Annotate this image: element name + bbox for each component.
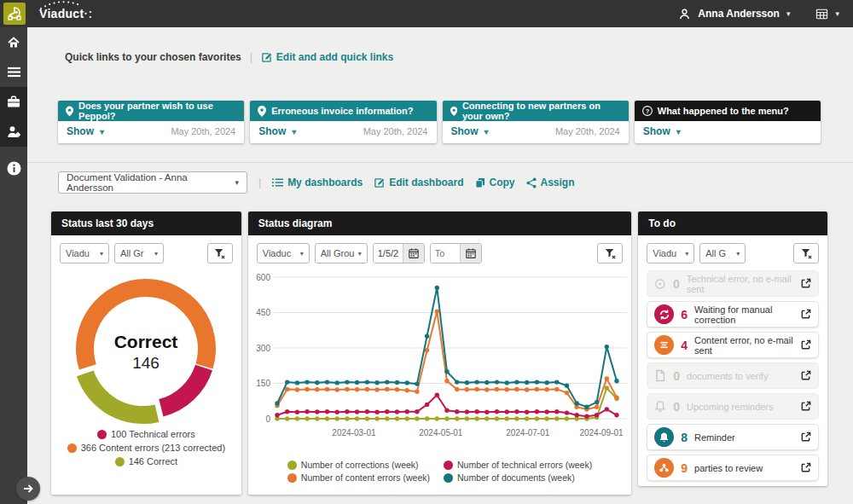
my-dashboards-link[interactable]: My dashboards xyxy=(272,177,363,188)
legend-item: Number of corrections (week) xyxy=(287,460,430,470)
status-circle-icon xyxy=(654,277,666,291)
document-icon xyxy=(654,369,666,382)
info-card-header: Erroneous invoice information? xyxy=(250,101,436,121)
legend-item: Number of technical errors (week) xyxy=(444,460,592,470)
brand-name: Viaduct·: xyxy=(39,7,92,20)
section-divider xyxy=(27,162,853,163)
donut-center-value: 146 xyxy=(133,354,160,372)
dashboard-panels: Status last 30 days Viadu▾ All Gr▾ Corre… xyxy=(51,211,827,495)
clear-filter-button[interactable] xyxy=(793,243,819,264)
info-card-header: Does your partner wish to use Peppol? xyxy=(58,101,244,121)
viaduct-logo[interactable] xyxy=(3,3,26,25)
edit-dashboard-link[interactable]: Edit dashboard xyxy=(374,177,463,188)
calendar-icon xyxy=(409,248,419,258)
svg-text:450: 450 xyxy=(256,308,270,317)
show-toggle[interactable]: Show▾ xyxy=(258,125,296,137)
organisation-filter-select[interactable]: Viaduc▾ xyxy=(257,243,310,264)
open-external-icon[interactable] xyxy=(800,462,811,473)
dashboard-toolbar: Document Validation - Anna Andersson▾ | … xyxy=(58,171,853,194)
open-external-icon[interactable] xyxy=(800,432,811,443)
line-chart-svg: 01503004506002024-03-012024-05-012024-07… xyxy=(248,267,629,456)
info-card-peppol: Does your partner wish to use Peppol? Sh… xyxy=(58,101,244,143)
open-external-icon[interactable] xyxy=(800,370,811,381)
bell-icon xyxy=(659,432,670,443)
apps-menu-caret[interactable]: ▾ xyxy=(835,9,839,18)
organisation-filter-select[interactable]: Viadu▾ xyxy=(60,243,109,264)
open-external-icon[interactable] xyxy=(800,401,811,412)
group-filter-select[interactable]: All Gr▾ xyxy=(114,243,164,264)
date-from-input[interactable] xyxy=(374,244,403,263)
sidebar-item-tools[interactable] xyxy=(0,87,27,117)
date-to-group xyxy=(430,243,482,264)
svg-text:2024-09-01: 2024-09-01 xyxy=(579,428,624,437)
menu-icon xyxy=(8,67,20,78)
assign-dashboard-link[interactable]: Assign xyxy=(526,177,575,188)
edit-quick-links-button[interactable]: Edit and add quick links xyxy=(261,51,393,63)
sidebar-item-user-admin[interactable] xyxy=(0,117,27,147)
open-external-icon[interactable] xyxy=(800,278,811,289)
svg-text:2024-03-01: 2024-03-01 xyxy=(332,428,376,437)
top-bar: Viaduct·: Anna Andersson ▾ ▾ xyxy=(0,0,853,27)
expand-sidebar-button[interactable] xyxy=(16,477,40,501)
svg-text:300: 300 xyxy=(256,344,270,353)
panel-todo: To do Viadu▾ All G▾ 0 Technical error, n… xyxy=(638,211,827,486)
calendar-button[interactable] xyxy=(403,244,424,263)
donut-chart-svg: Correct 146 xyxy=(56,267,235,426)
sidebar xyxy=(0,27,27,504)
group-filter-select[interactable]: All Grou▾ xyxy=(315,243,368,264)
calendar-icon xyxy=(466,248,476,258)
dashboard-select[interactable]: Document Validation - Anna Andersson▾ xyxy=(58,171,247,194)
show-toggle[interactable]: Show▾ xyxy=(643,125,681,137)
home-icon xyxy=(7,36,20,49)
date-to-input[interactable] xyxy=(431,244,460,263)
legend-item: 366 Content errors (213 corrected) xyxy=(67,443,225,453)
todo-item-technical-error[interactable]: 0 Technical error, no e-mail sent xyxy=(647,270,819,297)
todo-item-manual-correction[interactable]: 6 Waiting for manual correction xyxy=(647,301,819,327)
info-card-invoice: Erroneous invoice information? Show▾ May… xyxy=(250,101,436,143)
open-external-icon[interactable] xyxy=(800,339,811,350)
legend-item: 146 Correct xyxy=(115,456,177,466)
date-from-group xyxy=(373,243,425,264)
filter-remove-icon xyxy=(213,247,226,260)
panel-status-diagram: Status diagram Viaduc▾ All Grou▾ xyxy=(248,211,632,495)
todo-item-documents-to-verify[interactable]: 0 documents to verify xyxy=(647,362,819,389)
clear-filter-button[interactable] xyxy=(207,243,233,264)
separator: | xyxy=(258,177,261,188)
user-menu-caret[interactable]: ▾ xyxy=(786,9,791,18)
organisation-filter-select[interactable]: Viadu▾ xyxy=(647,243,694,264)
apps-grid-icon[interactable] xyxy=(815,8,828,20)
sidebar-item-menu[interactable] xyxy=(0,57,27,87)
show-toggle[interactable]: Show▾ xyxy=(451,125,489,137)
edit-icon xyxy=(261,52,272,63)
question-circle-icon: ? xyxy=(642,106,653,116)
svg-text:600: 600 xyxy=(256,273,270,282)
open-external-icon[interactable] xyxy=(800,309,811,320)
network-icon xyxy=(659,462,670,473)
legend-item: Number of content errors (week) xyxy=(287,472,430,483)
edit-icon xyxy=(374,177,385,188)
filter-remove-icon xyxy=(800,247,813,260)
card-date: May 20th, 2024 xyxy=(363,126,428,136)
diagram-filters: Viaduc▾ All Grou▾ xyxy=(248,235,632,267)
todo-item-parties-to-review[interactable]: 9 parties to review xyxy=(647,455,819,481)
todo-item-content-error[interactable]: 4 Content error, no e-mail sent xyxy=(647,332,819,358)
info-card-partners: Connecting to new partners on your own? … xyxy=(443,101,629,143)
show-toggle[interactable]: Show▾ xyxy=(67,125,104,137)
copy-dashboard-link[interactable]: Copy xyxy=(475,177,515,188)
calendar-button[interactable] xyxy=(460,244,481,263)
sidebar-item-home[interactable] xyxy=(0,27,27,57)
todo-list: 0 Technical error, no e-mail sent 6 Wait… xyxy=(638,267,827,484)
clear-filter-button[interactable] xyxy=(597,243,623,264)
status-filters: Viadu▾ All Gr▾ xyxy=(51,235,241,267)
group-filter-select[interactable]: All G▾ xyxy=(699,243,746,264)
briefcase-icon xyxy=(7,96,20,108)
content-lines-icon xyxy=(659,339,670,350)
copy-icon xyxy=(475,177,485,188)
todo-item-upcoming-reminders[interactable]: 0 Upcoming reminders xyxy=(647,393,819,420)
sidebar-item-info[interactable] xyxy=(0,154,27,183)
user-icon xyxy=(678,8,691,20)
quick-links-bar: Quick links to your chosen favorites | E… xyxy=(27,27,853,65)
user-menu[interactable]: Anna Andersson xyxy=(698,8,780,20)
todo-item-reminder[interactable]: 8 Reminder xyxy=(647,424,819,450)
svg-text:2024-07-01: 2024-07-01 xyxy=(506,428,550,437)
